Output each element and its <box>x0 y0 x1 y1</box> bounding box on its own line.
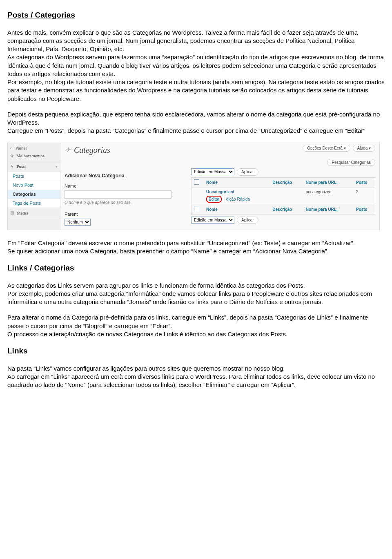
paragraph-links-cat-2: Para alterar o nome da Categoria pré-def… <box>7 313 385 338</box>
search-categories-button[interactable]: Pesquisar Categorias <box>327 159 375 166</box>
bulk-action-select-bottom[interactable]: Edição em Massa <box>191 217 234 224</box>
heading-links-categorias: Links / Categorias <box>7 263 385 273</box>
name-input[interactable] <box>65 190 172 199</box>
apply-button-top[interactable]: Aplicar <box>237 168 258 176</box>
pushpin-icon: ✈ <box>65 145 71 155</box>
category-slug: uncategorized <box>303 188 354 204</box>
name-help-text: O nome é o que aparece no seu site. <box>65 200 179 206</box>
category-count[interactable]: 2 <box>354 188 375 204</box>
sidebar-item-media[interactable]: ▧ Media <box>8 208 60 218</box>
col-posts[interactable]: Posts <box>354 177 375 188</box>
sidebar-sub-posts[interactable]: Posts <box>8 172 60 181</box>
paragraph-intro: Antes de mais, convém explicar o que são… <box>7 29 385 103</box>
paragraph-links: Na pasta “Links” vamos configurar as lig… <box>7 364 385 389</box>
wp-screenshot: ⌂ Painel ✿ Melhoramentos ✎ Posts ▾ Posts… <box>7 143 380 230</box>
add-category-heading: Adicionar Nova Categoria <box>65 172 179 179</box>
category-name-link[interactable]: Uncategorized <box>206 190 234 194</box>
select-all-checkbox-top[interactable] <box>194 179 199 185</box>
parent-label: Parent <box>65 211 179 217</box>
categories-table: Nome Descrição Nome para URL: Posts Unca… <box>191 177 375 215</box>
sidebar-item-melhoramentos[interactable]: ✿ Melhoramentos <box>8 153 60 161</box>
select-all-checkbox-bottom[interactable] <box>194 206 199 211</box>
edit-link-highlighted[interactable]: Editar <box>206 196 222 203</box>
bulk-action-select[interactable]: Edição em Massa <box>191 168 234 175</box>
sidebar-item-posts[interactable]: ✎ Posts ▾ <box>8 161 60 172</box>
paragraph-instructions-1: Depois desta pequena explicação, que esp… <box>7 110 385 135</box>
table-row: Uncategorized Editar|dição Rápida uncate… <box>192 188 375 204</box>
chevron-down-icon: ▾ <box>56 164 58 169</box>
col-nome[interactable]: Nome <box>204 177 270 188</box>
pin-icon: ✎ <box>10 164 13 170</box>
col-url[interactable]: Nome para URL: <box>303 177 354 188</box>
sidebar-sub-categorias[interactable]: Categorias <box>8 190 60 199</box>
screen-options-button[interactable]: Opções Deste Ecrã ▾ <box>303 145 350 152</box>
paragraph-links-cat-1: As categorias dos Links servem para agru… <box>7 282 385 306</box>
quick-edit-link[interactable]: dição Rápida <box>226 197 250 201</box>
wp-sidebar: ⌂ Painel ✿ Melhoramentos ✎ Posts ▾ Posts… <box>8 143 60 230</box>
sidebar-item-painel[interactable]: ⌂ Painel <box>8 143 60 153</box>
col-descricao[interactable]: Descrição <box>270 177 303 188</box>
sidebar-sub-novo-post[interactable]: Novo Post <box>8 181 60 190</box>
help-button[interactable]: Ajuda ▾ <box>353 145 375 152</box>
heading-posts-categorias: Posts / Categorias <box>7 10 385 20</box>
paragraph-after-screenshot: Em “Editar Categoria” deverá escrever o … <box>7 239 385 256</box>
name-label: Name <box>65 183 179 189</box>
heading-links: Links <box>7 346 385 356</box>
gear-icon: ✿ <box>10 153 13 159</box>
parent-select[interactable]: Nenhum <box>65 219 91 226</box>
sidebar-sub-tags[interactable]: Tags de Posts <box>8 199 60 208</box>
home-icon: ⌂ <box>10 145 13 151</box>
apply-button-bottom[interactable]: Aplicar <box>237 217 258 224</box>
media-icon: ▧ <box>10 210 14 216</box>
